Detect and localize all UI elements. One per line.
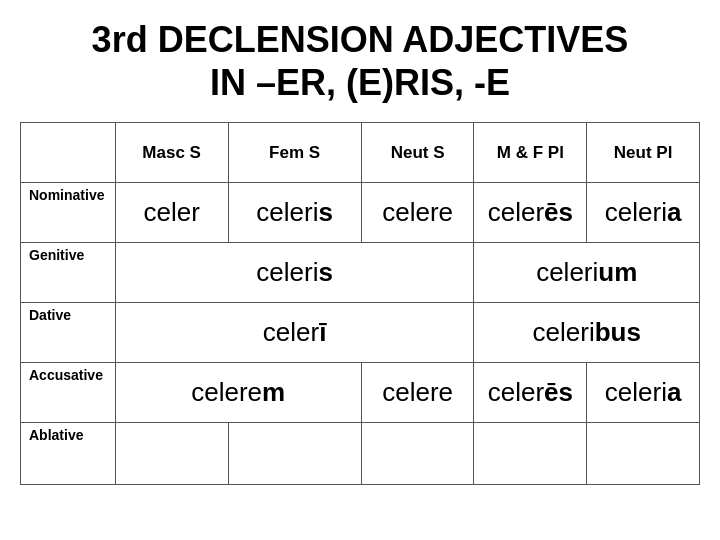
ablative-mf-pl: [474, 423, 587, 485]
header-neut-pl: Neut Pl: [587, 123, 700, 183]
header-neut-s: Neut S: [361, 123, 474, 183]
row-label-accusative: Accusative: [21, 363, 116, 423]
ablative-fem-s: [228, 423, 361, 485]
nominative-masc-s: celer: [115, 183, 228, 243]
row-label-genitive: Genitive: [21, 243, 116, 303]
accusative-neut-s: celere: [361, 363, 474, 423]
nominative-neut-pl: celeria: [587, 183, 700, 243]
header-mf-pl: M & F Pl: [474, 123, 587, 183]
accusative-masc-fem: celerem: [115, 363, 361, 423]
genitive-singular: celeris: [115, 243, 474, 303]
declension-table: Masc S Fem S Neut S M & F Pl Neut Pl Nom…: [20, 122, 700, 485]
header-masc-s: Masc S: [115, 123, 228, 183]
table-row: Nominative celer celeris celere celerēs …: [21, 183, 700, 243]
ablative-masc-s: [115, 423, 228, 485]
row-label-nominative: Nominative: [21, 183, 116, 243]
row-label-ablative: Ablative: [21, 423, 116, 485]
row-label-dative: Dative: [21, 303, 116, 363]
accusative-neut-pl: celeria: [587, 363, 700, 423]
table-row: Accusative celerem celere celerēs celeri…: [21, 363, 700, 423]
nominative-neut-s: celere: [361, 183, 474, 243]
page-title: 3rd DECLENSION ADJECTIVES IN –ER, (E)RIS…: [92, 18, 629, 104]
nominative-fem-s: celeris: [228, 183, 361, 243]
nominative-mf-pl: celerēs: [474, 183, 587, 243]
dative-plural: celeribus: [474, 303, 700, 363]
ablative-neut-pl: [587, 423, 700, 485]
header-label-cell: [21, 123, 116, 183]
header-fem-s: Fem S: [228, 123, 361, 183]
table-header-row: Masc S Fem S Neut S M & F Pl Neut Pl: [21, 123, 700, 183]
genitive-plural: celerium: [474, 243, 700, 303]
accusative-mf-pl: celerēs: [474, 363, 587, 423]
table-row: Genitive celeris celerium: [21, 243, 700, 303]
table-row: Ablative: [21, 423, 700, 485]
ablative-neut-s: [361, 423, 474, 485]
table-row: Dative celerī celeribus: [21, 303, 700, 363]
dative-singular: celerī: [115, 303, 474, 363]
